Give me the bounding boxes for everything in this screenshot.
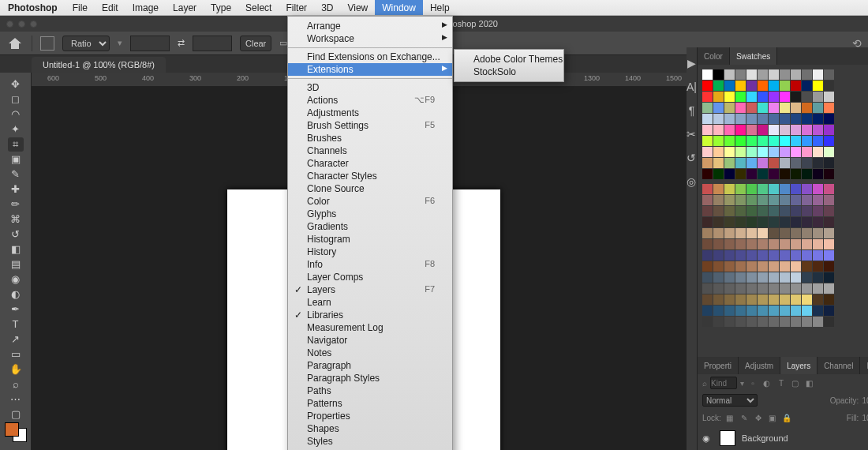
swatch[interactable] — [780, 81, 790, 91]
swatch[interactable] — [791, 81, 801, 91]
swatch[interactable] — [791, 169, 801, 179]
swatch[interactable] — [780, 272, 790, 283]
swatch[interactable] — [802, 261, 812, 272]
fill-value[interactable]: 100% — [862, 414, 868, 422]
swatch[interactable] — [780, 217, 790, 227]
swatch[interactable] — [735, 92, 746, 102]
swatch[interactable] — [824, 136, 834, 146]
swatch[interactable] — [713, 92, 724, 102]
lock-all-icon[interactable]: 🔒 — [781, 414, 792, 422]
swatch[interactable] — [802, 228, 812, 238]
swatch[interactable] — [780, 317, 790, 327]
swatch[interactable] — [746, 217, 757, 227]
swatch[interactable] — [735, 158, 746, 168]
swatch[interactable] — [769, 239, 779, 249]
menu-type[interactable]: Type — [204, 0, 238, 15]
swatch[interactable] — [702, 317, 713, 327]
menuitem-layers[interactable]: LayersF7 — [288, 283, 452, 296]
menu-edit[interactable]: Edit — [95, 0, 125, 15]
menuitem-extensions[interactable]: Extensions▶ — [288, 63, 452, 76]
kind-filter-input[interactable] — [710, 377, 737, 389]
swatch[interactable] — [780, 114, 790, 124]
swatch[interactable] — [702, 81, 713, 91]
swatch[interactable] — [735, 272, 746, 283]
swatch[interactable] — [802, 306, 812, 316]
filter-smart-icon[interactable]: ◧ — [804, 379, 815, 388]
swatch[interactable] — [769, 69, 779, 80]
swatch[interactable] — [724, 92, 735, 102]
swatch[interactable] — [813, 103, 823, 113]
swatch[interactable] — [702, 136, 713, 146]
swatch[interactable] — [791, 306, 801, 316]
swatch[interactable] — [824, 69, 834, 80]
swatch[interactable] — [802, 195, 812, 205]
swatch[interactable] — [735, 184, 746, 194]
menuitem-clone-source[interactable]: Clone Source — [288, 182, 452, 195]
swatch[interactable] — [724, 158, 735, 168]
ratio-height-input[interactable] — [193, 36, 232, 51]
swatch[interactable] — [791, 136, 801, 146]
swatch[interactable] — [735, 136, 746, 146]
swatch[interactable] — [824, 217, 834, 227]
blend-mode-select[interactable]: Normal — [702, 394, 758, 407]
hand-tool[interactable]: ✋ — [8, 362, 24, 377]
blur-tool[interactable]: ◉ — [8, 272, 24, 287]
swatch[interactable] — [813, 272, 823, 283]
scissors-icon[interactable]: ✂ — [687, 128, 696, 141]
menuitem-learn[interactable]: Learn — [288, 296, 452, 309]
swatch[interactable] — [758, 294, 768, 305]
swatch[interactable] — [813, 81, 823, 91]
swatch[interactable] — [746, 184, 757, 194]
filter-shape-icon[interactable]: ▢ — [790, 379, 801, 388]
swatch[interactable] — [780, 294, 790, 305]
swatch[interactable] — [713, 272, 724, 283]
swatch[interactable] — [769, 169, 779, 179]
swatch[interactable] — [802, 250, 812, 261]
menu-image[interactable]: Image — [125, 0, 166, 15]
swatch[interactable] — [758, 114, 768, 124]
swatch[interactable] — [813, 306, 823, 316]
lock-image-icon[interactable]: ✎ — [739, 414, 750, 422]
swatch[interactable] — [746, 250, 757, 261]
eyedropper-tool[interactable]: ✎ — [8, 167, 24, 182]
swatch[interactable] — [713, 125, 724, 135]
swatch[interactable] — [824, 206, 834, 216]
swatch[interactable] — [780, 239, 790, 249]
marquee-tool[interactable]: ◻ — [8, 92, 24, 107]
document-tab[interactable]: Untitled-1 @ 100% (RGB/8#) — [32, 57, 166, 73]
swatch[interactable] — [824, 92, 834, 102]
swatch[interactable] — [724, 69, 735, 80]
swatch[interactable] — [702, 283, 713, 294]
swatch[interactable] — [758, 261, 768, 272]
swatch[interactable] — [724, 81, 735, 91]
ratio-select[interactable]: Ratio — [62, 36, 110, 51]
swatch[interactable] — [824, 169, 834, 179]
menuitem-workspace[interactable]: Workspace▶ — [288, 32, 452, 45]
swatch[interactable] — [746, 125, 757, 135]
swatch[interactable] — [791, 272, 801, 283]
move-tool[interactable]: ✥ — [8, 77, 24, 92]
swatch[interactable] — [802, 81, 812, 91]
swatch[interactable] — [735, 250, 746, 261]
swatch[interactable] — [824, 317, 834, 327]
play-icon[interactable]: ▶ — [687, 57, 696, 69]
visibility-icon[interactable]: ◉ — [702, 433, 713, 444]
swatch[interactable] — [702, 169, 713, 179]
menuitem-layer-comps[interactable]: Layer Comps — [288, 271, 452, 283]
menuitem-adjustments[interactable]: Adjustments — [288, 107, 452, 119]
swatch[interactable] — [724, 114, 735, 124]
swatches-tab[interactable]: Swatches — [730, 47, 777, 65]
menuitem-paragraph-styles[interactable]: Paragraph Styles — [288, 372, 452, 384]
swatch[interactable] — [713, 317, 724, 327]
swatch[interactable] — [802, 239, 812, 249]
swatch[interactable] — [702, 294, 713, 305]
swatch[interactable] — [713, 217, 724, 227]
swatch[interactable] — [813, 147, 823, 157]
swatch[interactable] — [724, 317, 735, 327]
swatch[interactable] — [802, 317, 812, 327]
menu-view[interactable]: View — [340, 0, 375, 15]
swatch[interactable] — [735, 283, 746, 294]
swatch[interactable] — [713, 103, 724, 113]
menuitem-3d[interactable]: 3D — [288, 81, 452, 94]
menuitem-glyphs[interactable]: Glyphs — [288, 208, 452, 220]
